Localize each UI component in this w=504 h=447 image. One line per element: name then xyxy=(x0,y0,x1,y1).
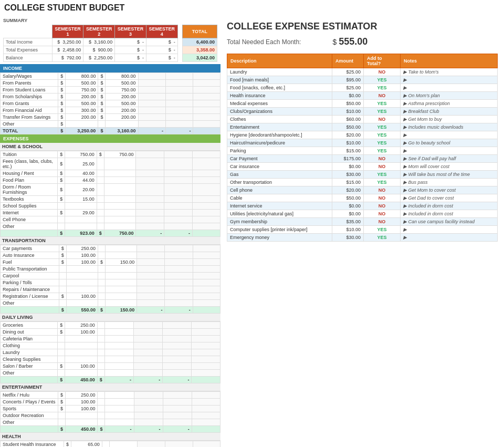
est-notes: ▶ Included in dorm cost xyxy=(401,202,498,210)
est-desc: Cable xyxy=(227,194,332,202)
est-add: YES xyxy=(364,179,401,186)
est-amount: $30.00 xyxy=(332,234,364,242)
est-desc: Internet service xyxy=(227,202,332,210)
sem2-header: SEMESTER 2 xyxy=(83,25,115,38)
health-label: HEALTH xyxy=(0,433,220,441)
est-add: NO xyxy=(364,116,401,123)
est-add: NO xyxy=(364,218,401,226)
est-notes: ▶ xyxy=(401,131,498,139)
main-layout: SUMMARY SEMESTER 1 SEMESTER 2 SEMESTER 3… xyxy=(0,16,504,447)
est-add: NO xyxy=(364,68,401,76)
est-notes: ▶ Get Mom to buy xyxy=(401,116,498,123)
est-add: NO xyxy=(364,202,401,210)
est-amount: $175.00 xyxy=(332,155,364,163)
health-table: Student Health Insurance $ 65.00 Gym mem… xyxy=(0,441,220,447)
est-add: YES xyxy=(364,171,401,179)
est-amount: $20.00 xyxy=(332,186,364,194)
est-desc: Haircut/manicure/pedicure xyxy=(227,139,332,147)
est-amount: $20.00 xyxy=(332,131,364,139)
est-desc: Food [main meals] xyxy=(227,76,332,84)
est-notes: ▶ Can use campus facility instead xyxy=(401,218,498,226)
est-notes: ▶ Will take bus most of the time xyxy=(401,171,498,179)
home-school-label: HOME & SCHOOL xyxy=(0,143,220,151)
est-add: NO xyxy=(364,92,401,100)
est-amount-header: Amount xyxy=(332,54,364,68)
expenses-header: EXPENSES xyxy=(0,134,220,143)
est-amount: $0.00 xyxy=(332,202,364,210)
est-desc: Cell phone xyxy=(227,186,332,194)
est-amount: $10.00 xyxy=(332,226,364,234)
est-amount: $50.00 xyxy=(332,100,364,108)
est-desc-header: Description xyxy=(227,54,332,68)
transportation-table: Car payments $ 250.00 Auto Insurance $ 1… xyxy=(0,245,220,314)
home-school-table: Tuition $ 750.00 $ 750.00 Fees (class, l… xyxy=(0,151,220,237)
est-desc: Emergency money xyxy=(227,234,332,242)
est-amount: $15.00 xyxy=(332,147,364,155)
est-add: NO xyxy=(364,163,401,171)
total-header: TOTAL xyxy=(182,25,217,38)
est-amount: $25.00 xyxy=(332,68,364,76)
est-amount: $25.00 xyxy=(332,84,364,92)
total-needed-value: 555.00 xyxy=(339,36,368,47)
est-notes: ▶ Take to Mom's xyxy=(401,68,498,76)
est-notes: ▶ See if Dad will pay half xyxy=(401,155,498,163)
est-notes: ▶ xyxy=(401,84,498,92)
est-amount: $35.00 xyxy=(332,218,364,226)
total-needed-row: Total Needed Each Month: $ 555.00 xyxy=(227,36,498,47)
est-amount: $50.00 xyxy=(332,123,364,131)
est-notes: ▶ Asthma prescription xyxy=(401,100,498,108)
left-column: SUMMARY SEMESTER 1 SEMESTER 2 SEMESTER 3… xyxy=(0,16,220,447)
est-add: NO xyxy=(364,155,401,163)
est-add: YES xyxy=(364,131,401,139)
est-desc: Parking xyxy=(227,147,332,155)
est-add: YES xyxy=(364,139,401,147)
est-amount: $0.00 xyxy=(332,210,364,218)
est-desc: Other transportation xyxy=(227,179,332,186)
est-desc: Health insurance xyxy=(227,92,332,100)
est-notes: ▶ xyxy=(401,234,498,242)
est-notes: ▶ Mom will cover cost xyxy=(401,163,498,171)
est-add: YES xyxy=(364,123,401,131)
page-title: COLLEGE STUDENT BUDGET xyxy=(0,0,504,16)
sem4-header: SEMESTER 4 xyxy=(146,25,177,38)
daily-living-table: Groceries $ 250.00 Dining out $ 100.00 C… xyxy=(0,321,220,383)
est-amount: $95.00 xyxy=(332,76,364,84)
page: COLLEGE STUDENT BUDGET SUMMARY SEMESTER … xyxy=(0,0,504,447)
est-add: NO xyxy=(364,186,401,194)
sem3-header: SEMESTER 3 xyxy=(115,25,146,38)
est-notes-header: Notes xyxy=(401,54,498,68)
est-desc: Entertainment xyxy=(227,123,332,131)
estimator-table: Description Amount Add to Total? Notes L… xyxy=(227,54,498,242)
est-amount: $50.00 xyxy=(332,194,364,202)
est-add: YES xyxy=(364,100,401,108)
est-add: YES xyxy=(364,108,401,116)
dollar-sign: $ xyxy=(332,38,337,46)
est-desc: Medical expenses xyxy=(227,100,332,108)
income-table: Salary/Wages $ 800.00 $ 800.00 From Pare… xyxy=(0,72,220,134)
est-amount: $15.00 xyxy=(332,179,364,186)
est-desc: Hygiene [deodorant/shampoo/etc.] xyxy=(227,131,332,139)
est-desc: Computer supplies [printer ink/paper] xyxy=(227,226,332,234)
summary-label: SUMMARY xyxy=(3,18,217,23)
est-notes: ▶ Included in dorm cost xyxy=(401,210,498,218)
est-add: YES xyxy=(364,147,401,155)
est-add-header: Add to Total? xyxy=(364,54,401,68)
est-desc: Food [snacks, coffee, etc.] xyxy=(227,84,332,92)
est-amount: $0.00 xyxy=(332,92,364,100)
est-notes: ▶ On Mom's plan xyxy=(401,92,498,100)
est-add: YES xyxy=(364,84,401,92)
est-amount: $0.00 xyxy=(332,163,364,171)
entertainment-label: ENTERTAINMENT xyxy=(0,383,220,391)
est-notes: ▶ xyxy=(401,76,498,84)
est-desc: Car insurance xyxy=(227,163,332,171)
est-amount: $10.00 xyxy=(332,108,364,116)
est-notes: ▶ Breakfast Club xyxy=(401,108,498,116)
est-notes: ▶ xyxy=(401,147,498,155)
daily-living-label: DAILY LIVING xyxy=(0,314,220,321)
est-amount: $60.00 xyxy=(332,116,364,123)
est-add: NO xyxy=(364,194,401,202)
income-header: INCOME xyxy=(0,64,220,72)
est-desc: Gas xyxy=(227,171,332,179)
est-amount: $10.00 xyxy=(332,139,364,147)
summary-section: SUMMARY SEMESTER 1 SEMESTER 2 SEMESTER 3… xyxy=(0,16,220,64)
